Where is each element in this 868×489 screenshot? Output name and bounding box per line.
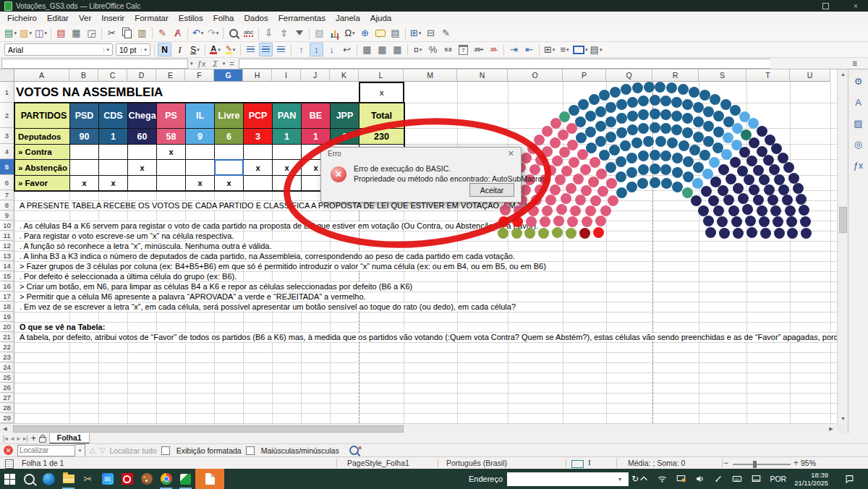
spreadsheet-grid[interactable]: ABCDEFGHIJKLMNOPQRSTU1234567891011121314…: [0, 69, 837, 423]
sidebar-properties-icon[interactable]: ⚙: [854, 77, 863, 86]
pen-icon[interactable]: [713, 474, 723, 484]
row-header-24[interactable]: 24: [0, 362, 14, 373]
zoom-in-icon[interactable]: +: [793, 458, 799, 468]
open-file-icon[interactable]: ▨▾: [19, 26, 33, 40]
row-header-29[interactable]: 29: [0, 413, 14, 423]
vote-cell-PCP-favor[interactable]: [243, 175, 273, 191]
font-name-combo[interactable]: Arial▾: [4, 43, 113, 56]
autofilter-icon[interactable]: [292, 26, 306, 40]
row-header-23[interactable]: 23: [0, 352, 14, 362]
borders-icon[interactable]: ⊞▾: [542, 43, 556, 56]
column-header-I[interactable]: I: [272, 69, 301, 82]
action-center-icon[interactable]: [844, 474, 855, 484]
redo-icon[interactable]: ↷▾: [206, 26, 220, 40]
tray-window-icon[interactable]: [751, 474, 762, 484]
deputies-PCP[interactable]: 3: [243, 128, 273, 145]
row-header-6[interactable]: 6: [0, 175, 14, 190]
find-all-button[interactable]: Localizar tudo: [109, 446, 156, 455]
column-header-C[interactable]: C: [98, 69, 127, 82]
scroll-right-icon[interactable]: ▶: [826, 424, 836, 433]
party-header-JPP[interactable]: JPP: [330, 103, 359, 129]
format-number-icon[interactable]: 0.0: [441, 43, 455, 56]
column-header-O[interactable]: O: [508, 69, 563, 82]
row-header-9[interactable]: 9: [0, 211, 14, 221]
deputies-PAN[interactable]: 1: [272, 128, 302, 145]
copy-icon[interactable]: [120, 26, 134, 40]
language-status[interactable]: Português (Brasil): [446, 459, 507, 467]
selected-cell-G5[interactable]: [214, 159, 244, 176]
column-header-U[interactable]: U: [790, 69, 830, 82]
taskbar-mail-icon[interactable]: ✉: [98, 469, 117, 489]
vote-cell-PAN-contra[interactable]: [272, 144, 302, 160]
select-all-corner[interactable]: [0, 69, 14, 82]
row-header-1[interactable]: 1: [0, 82, 14, 103]
party-header-Chega[interactable]: Chega: [127, 103, 157, 129]
freeze-rows-columns-icon[interactable]: ⊞▾: [409, 26, 422, 40]
taskbar-libreoffice-calc-icon[interactable]: [176, 469, 195, 489]
vote-row-label-abstencao[interactable]: » Abstenção: [14, 159, 70, 176]
menu-estilos[interactable]: Estilos: [174, 12, 208, 24]
align-center-icon[interactable]: [259, 43, 273, 56]
vote-cell-IL-favor[interactable]: x: [185, 175, 215, 191]
vertical-scroll-thumb[interactable]: [839, 207, 847, 233]
column-header-M[interactable]: M: [404, 69, 457, 82]
font-color-icon[interactable]: A▾: [208, 43, 222, 56]
merge-cells-icon[interactable]: ▦: [375, 43, 389, 56]
volume-icon[interactable]: [694, 474, 705, 484]
scroll-left-icon[interactable]: ◀: [0, 424, 10, 433]
row-header-18[interactable]: 18: [0, 302, 14, 312]
insert-hyperlink-icon[interactable]: ⊕: [358, 26, 372, 40]
row-header-15[interactable]: 15: [0, 271, 14, 281]
column-header-H[interactable]: H: [243, 69, 272, 82]
vote-cell-PS-contra[interactable]: x: [156, 144, 186, 160]
menu-janela[interactable]: Janela: [331, 12, 365, 24]
cell-L1[interactable]: x: [359, 82, 404, 103]
menu-formatar[interactable]: Formatar: [129, 12, 174, 24]
vote-cell-IL-abstencao[interactable]: [185, 159, 215, 176]
row-header-3[interactable]: 3: [0, 128, 14, 144]
row-header-16[interactable]: 16: [0, 281, 14, 292]
selection-mode-icon[interactable]: [571, 460, 584, 468]
save-icon[interactable]: ◫▾: [34, 26, 48, 40]
row-header-22[interactable]: 22: [0, 342, 14, 352]
highlighting-color-icon[interactable]: ✎▾: [224, 43, 237, 56]
row-header-10[interactable]: 10: [0, 221, 14, 231]
format-percent-icon[interactable]: %: [426, 43, 440, 56]
zoom-slider[interactable]: [733, 464, 791, 465]
special-character-icon[interactable]: Ω▾: [343, 26, 357, 40]
dialog-close-icon[interactable]: ✕: [508, 150, 514, 158]
first-sheet-icon[interactable]: |◂: [3, 435, 8, 442]
paste-icon[interactable]: ▥: [135, 26, 149, 40]
zoom-out-icon[interactable]: −: [723, 458, 728, 468]
party-header-BE[interactable]: BE: [301, 103, 331, 129]
vote-row-label-contra[interactable]: » Contra: [14, 144, 70, 160]
taskbar-thunderbird-icon[interactable]: [39, 469, 59, 489]
deputados-label-cell[interactable]: Deputados: [14, 128, 70, 145]
menu-editar[interactable]: Editar: [42, 12, 74, 24]
row-header-20[interactable]: 20: [0, 322, 14, 332]
sidebar-styles-icon[interactable]: A: [855, 98, 861, 107]
row-header-4[interactable]: 4: [0, 144, 14, 159]
clock[interactable]: 18:3921/11/2025: [794, 471, 828, 487]
find-previous-icon[interactable]: △: [90, 446, 95, 454]
split-window-icon[interactable]: ⊟: [424, 26, 438, 40]
show-draw-functions-icon[interactable]: ✎: [439, 26, 453, 40]
align-right-icon[interactable]: [274, 43, 288, 56]
vote-cell-PSD-favor[interactable]: x: [69, 175, 99, 191]
align-bottom-icon[interactable]: ↓: [325, 43, 339, 56]
sidebar-gallery-icon[interactable]: ▨: [854, 119, 862, 128]
taskbar-chrome-icon[interactable]: [156, 469, 176, 489]
row-header-11[interactable]: 11: [0, 231, 14, 241]
party-header-PSD[interactable]: PSD: [69, 103, 99, 129]
sum-dropdown-icon[interactable]: ▾: [223, 61, 226, 67]
row-header-21[interactable]: 21: [0, 332, 14, 342]
headers-footers-icon[interactable]: ▤: [388, 26, 402, 40]
zoom-slider-knob[interactable]: [753, 461, 757, 468]
center-vertically-icon[interactable]: ↕: [310, 43, 323, 56]
spelling-icon[interactable]: abc: [242, 26, 255, 40]
row-header-7[interactable]: 7: [0, 190, 14, 200]
print-icon[interactable]: ▦: [69, 26, 83, 40]
menu-ver[interactable]: Ver: [74, 12, 96, 24]
sidebar-functions-icon[interactable]: ƒx: [854, 161, 864, 170]
vote-cell-Chega-contra[interactable]: [127, 144, 157, 160]
